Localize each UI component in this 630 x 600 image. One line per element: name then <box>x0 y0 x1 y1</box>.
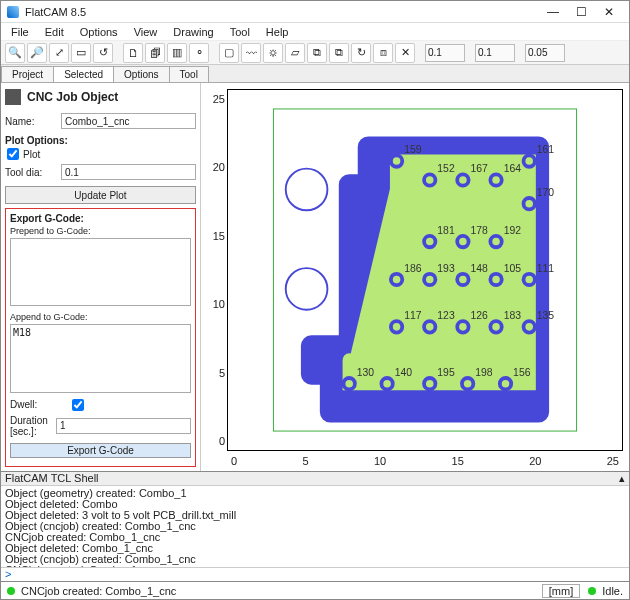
plot-canvas[interactable]: 1591521671641611701811781921861931481051… <box>227 89 623 451</box>
tab-project[interactable]: Project <box>1 66 54 82</box>
tcl-shell: FlatCAM TCL Shell ▴ Object (geometry) cr… <box>1 471 629 581</box>
plot-checkbox[interactable] <box>7 148 19 160</box>
toolbar-f3[interactable] <box>525 44 565 62</box>
status-bar: CNCjob created: Combo_1_cnc [mm] Idle. <box>1 581 629 599</box>
tab-selected[interactable]: Selected <box>53 66 114 82</box>
prepend-label: Prepend to G-Code: <box>10 226 191 236</box>
status-led-icon <box>588 587 596 595</box>
toolbar-btn-15[interactable]: ↻ <box>351 43 371 63</box>
toolbar-btn-2[interactable]: ⤢ <box>49 43 69 63</box>
toolbar-btn-9[interactable]: ▢ <box>219 43 239 63</box>
maximize-button[interactable]: ☐ <box>567 3 595 21</box>
cncjob-icon <box>5 89 21 105</box>
toolbar-btn-11[interactable]: ⛭ <box>263 43 283 63</box>
toolbar-btn-3[interactable]: ▭ <box>71 43 91 63</box>
svg-text:111: 111 <box>537 263 555 274</box>
menu-edit[interactable]: Edit <box>39 26 70 38</box>
app-icon <box>7 6 19 18</box>
svg-text:193: 193 <box>437 263 455 274</box>
export-gcode-box: Export G-Code: Prepend to G-Code: Append… <box>5 208 196 467</box>
append-textarea[interactable]: M18 <box>10 324 191 392</box>
svg-text:186: 186 <box>404 263 422 274</box>
toolbar-btn-0[interactable]: 🔍 <box>5 43 25 63</box>
svg-text:183: 183 <box>504 310 522 321</box>
shell-title: FlatCAM TCL Shell <box>5 472 99 485</box>
menu-bar: FileEditOptionsViewDrawingToolHelp <box>1 23 629 41</box>
duration-label: Duration [sec.]: <box>10 415 56 437</box>
svg-text:167: 167 <box>470 163 488 174</box>
toolbar-btn-1[interactable]: 🔎 <box>27 43 47 63</box>
menu-tool[interactable]: Tool <box>224 26 256 38</box>
minimize-button[interactable]: — <box>539 3 567 21</box>
svg-text:130: 130 <box>357 367 375 378</box>
toolbar-btn-12[interactable]: ▱ <box>285 43 305 63</box>
prepend-textarea[interactable] <box>10 238 191 306</box>
svg-text:192: 192 <box>504 225 522 236</box>
status-message: CNCjob created: Combo_1_cnc <box>21 585 542 597</box>
menu-file[interactable]: File <box>5 26 35 38</box>
update-plot-button[interactable]: Update Plot <box>5 186 196 204</box>
shell-input[interactable]: > <box>1 567 629 581</box>
export-gcode-button[interactable]: Export G-Code <box>10 443 191 458</box>
svg-text:178: 178 <box>470 225 488 236</box>
y-axis: 2520151050 <box>207 89 225 451</box>
toolbar-btn-14[interactable]: ⧉ <box>329 43 349 63</box>
toolbar-btn-10[interactable]: 〰 <box>241 43 261 63</box>
close-button[interactable]: ✕ <box>595 3 623 21</box>
unit-indicator: [mm] <box>542 584 580 598</box>
toolbar: 🔍🔎⤢▭↺🗋🗐▥⚬▢〰⛭▱⧉⧉↻⧈✕ <box>1 41 629 65</box>
svg-text:148: 148 <box>470 263 488 274</box>
tab-tool[interactable]: Tool <box>169 66 209 82</box>
window-title: FlatCAM 8.5 <box>25 6 539 18</box>
toolbar-btn-13[interactable]: ⧉ <box>307 43 327 63</box>
x-axis: 0510152025 <box>227 455 623 467</box>
plot-area[interactable]: 2520151050 159152167164161170 <box>201 83 629 471</box>
plot-options-heading: Plot Options: <box>5 135 196 146</box>
name-label: Name: <box>5 116 61 127</box>
toolbar-f1[interactable] <box>425 44 465 62</box>
toolbar-btn-8[interactable]: ⚬ <box>189 43 209 63</box>
toolbar-btn-6[interactable]: 🗐 <box>145 43 165 63</box>
panel-title: CNC Job Object <box>27 90 118 104</box>
svg-text:170: 170 <box>537 187 555 198</box>
svg-text:152: 152 <box>437 163 455 174</box>
tab-options[interactable]: Options <box>113 66 169 82</box>
plot-label: Plot <box>23 149 40 160</box>
svg-text:156: 156 <box>513 367 531 378</box>
title-bar: FlatCAM 8.5 — ☐ ✕ <box>1 1 629 23</box>
svg-text:135: 135 <box>537 310 555 321</box>
svg-text:126: 126 <box>470 310 488 321</box>
name-input[interactable] <box>61 113 196 129</box>
dwell-checkbox[interactable] <box>72 399 84 411</box>
shell-output[interactable]: Object (geometry) created: Combo_1Object… <box>1 486 629 567</box>
toolbar-btn-5[interactable]: 🗋 <box>123 43 143 63</box>
svg-text:105: 105 <box>504 263 522 274</box>
svg-text:164: 164 <box>504 163 522 174</box>
status-state: Idle. <box>602 585 623 597</box>
menu-help[interactable]: Help <box>260 26 295 38</box>
append-label: Append to G-Code: <box>10 312 191 322</box>
export-heading: Export G-Code: <box>10 213 191 224</box>
toolbar-btn-16[interactable]: ⧈ <box>373 43 393 63</box>
svg-text:123: 123 <box>437 310 455 321</box>
svg-text:195: 195 <box>437 367 455 378</box>
svg-point-26 <box>286 268 328 310</box>
svg-point-25 <box>286 169 328 211</box>
duration-input[interactable] <box>56 418 191 434</box>
toolbar-f2[interactable] <box>475 44 515 62</box>
tooldia-input[interactable] <box>61 164 196 180</box>
pcb-svg: 1591521671641611701811781921861931481051… <box>228 90 622 450</box>
menu-view[interactable]: View <box>128 26 164 38</box>
shell-toggle-icon[interactable]: ▴ <box>619 472 625 485</box>
property-panel: CNC Job Object Name: Plot Options: Plot … <box>1 83 201 471</box>
toolbar-btn-4[interactable]: ↺ <box>93 43 113 63</box>
panel-tabs: ProjectSelectedOptionsTool <box>1 65 629 83</box>
toolbar-btn-7[interactable]: ▥ <box>167 43 187 63</box>
svg-text:181: 181 <box>437 225 455 236</box>
toolbar-btn-17[interactable]: ✕ <box>395 43 415 63</box>
tooldia-label: Tool dia: <box>5 167 61 178</box>
svg-text:140: 140 <box>395 367 413 378</box>
menu-drawing[interactable]: Drawing <box>167 26 219 38</box>
dwell-label: Dwell: <box>10 399 70 410</box>
menu-options[interactable]: Options <box>74 26 124 38</box>
